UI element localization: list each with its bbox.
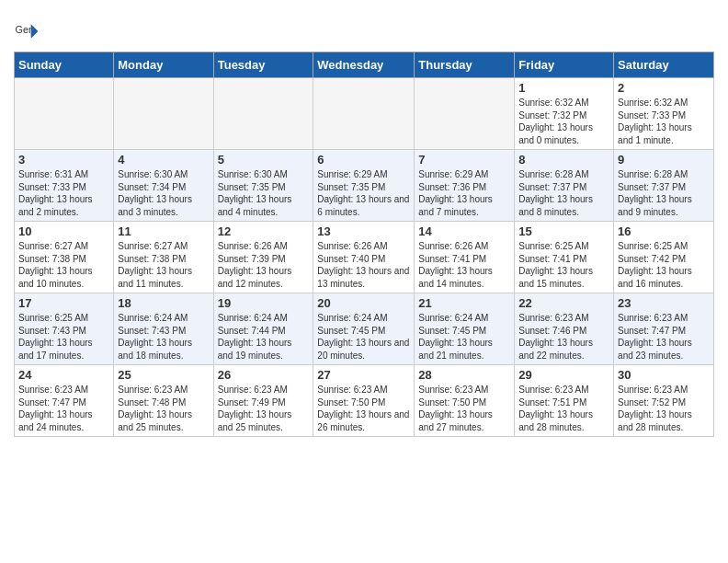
calendar-cell: 7Sunrise: 6:29 AM Sunset: 7:36 PM Daylig…: [415, 150, 515, 222]
calendar-cell: 23Sunrise: 6:23 AM Sunset: 7:47 PM Dayli…: [614, 293, 714, 365]
calendar-cell: 29Sunrise: 6:23 AM Sunset: 7:51 PM Dayli…: [515, 365, 614, 437]
day-info: Sunrise: 6:26 AM Sunset: 7:41 PM Dayligh…: [418, 240, 510, 290]
day-number: 18: [118, 296, 209, 310]
day-info: Sunrise: 6:24 AM Sunset: 7:45 PM Dayligh…: [418, 312, 510, 362]
day-info: Sunrise: 6:30 AM Sunset: 7:34 PM Dayligh…: [118, 168, 209, 218]
day-number: 28: [418, 368, 510, 382]
day-info: Sunrise: 6:25 AM Sunset: 7:42 PM Dayligh…: [618, 240, 710, 290]
calendar-cell: 30Sunrise: 6:23 AM Sunset: 7:52 PM Dayli…: [614, 365, 714, 437]
calendar-cell: 3Sunrise: 6:31 AM Sunset: 7:33 PM Daylig…: [15, 150, 114, 222]
day-info: Sunrise: 6:25 AM Sunset: 7:43 PM Dayligh…: [18, 312, 109, 362]
day-info: Sunrise: 6:29 AM Sunset: 7:35 PM Dayligh…: [317, 168, 410, 218]
day-info: Sunrise: 6:32 AM Sunset: 7:33 PM Dayligh…: [618, 97, 710, 146]
day-number: 9: [618, 153, 710, 167]
logo-icon: Gen: [14, 18, 40, 44]
day-number: 14: [418, 224, 510, 238]
day-number: 20: [317, 296, 410, 310]
day-number: 25: [118, 368, 209, 382]
weekday-header-thursday: Thursday: [415, 52, 515, 78]
logo: Gen: [14, 18, 43, 44]
calendar-cell: 21Sunrise: 6:24 AM Sunset: 7:45 PM Dayli…: [415, 293, 515, 365]
weekday-header-monday: Monday: [114, 52, 213, 78]
day-number: 24: [18, 368, 109, 382]
weekday-header-saturday: Saturday: [614, 52, 714, 78]
day-info: Sunrise: 6:27 AM Sunset: 7:38 PM Dayligh…: [18, 240, 109, 290]
day-number: 26: [218, 368, 310, 382]
day-number: 11: [118, 224, 209, 238]
day-number: 27: [317, 368, 410, 382]
calendar-cell: 19Sunrise: 6:24 AM Sunset: 7:44 PM Dayli…: [213, 293, 313, 365]
day-number: 10: [18, 224, 109, 238]
day-info: Sunrise: 6:25 AM Sunset: 7:41 PM Dayligh…: [518, 240, 609, 290]
day-number: 15: [518, 224, 609, 238]
calendar-cell: 12Sunrise: 6:26 AM Sunset: 7:39 PM Dayli…: [213, 222, 313, 293]
day-number: 1: [518, 81, 609, 95]
svg-marker-1: [31, 24, 39, 39]
weekday-header-sunday: Sunday: [15, 52, 114, 78]
calendar-cell: 17Sunrise: 6:25 AM Sunset: 7:43 PM Dayli…: [15, 293, 114, 365]
day-number: 5: [218, 153, 310, 167]
weekday-header-tuesday: Tuesday: [213, 52, 313, 78]
day-info: Sunrise: 6:23 AM Sunset: 7:47 PM Dayligh…: [18, 384, 109, 433]
calendar-cell: 22Sunrise: 6:23 AM Sunset: 7:46 PM Dayli…: [515, 293, 614, 365]
calendar-cell: [313, 78, 415, 150]
day-number: 3: [18, 153, 109, 167]
day-info: Sunrise: 6:31 AM Sunset: 7:33 PM Dayligh…: [18, 168, 109, 218]
weekday-header-row: SundayMondayTuesdayWednesdayThursdayFrid…: [15, 52, 714, 78]
calendar-cell: 8Sunrise: 6:28 AM Sunset: 7:37 PM Daylig…: [515, 150, 614, 222]
calendar-cell: 1Sunrise: 6:32 AM Sunset: 7:32 PM Daylig…: [515, 78, 614, 150]
weekday-header-wednesday: Wednesday: [313, 52, 415, 78]
day-info: Sunrise: 6:23 AM Sunset: 7:52 PM Dayligh…: [618, 384, 710, 433]
day-info: Sunrise: 6:23 AM Sunset: 7:48 PM Dayligh…: [118, 384, 209, 433]
day-number: 19: [218, 296, 310, 310]
calendar-table: SundayMondayTuesdayWednesdayThursdayFrid…: [14, 52, 714, 437]
day-info: Sunrise: 6:28 AM Sunset: 7:37 PM Dayligh…: [618, 168, 710, 218]
calendar-cell: 25Sunrise: 6:23 AM Sunset: 7:48 PM Dayli…: [114, 365, 213, 437]
calendar-week-row: 24Sunrise: 6:23 AM Sunset: 7:47 PM Dayli…: [15, 365, 714, 437]
day-info: Sunrise: 6:24 AM Sunset: 7:43 PM Dayligh…: [118, 312, 209, 362]
calendar-cell: 13Sunrise: 6:26 AM Sunset: 7:40 PM Dayli…: [313, 222, 415, 293]
calendar-cell: 20Sunrise: 6:24 AM Sunset: 7:45 PM Dayli…: [313, 293, 415, 365]
day-number: 29: [518, 368, 609, 382]
calendar-cell: 10Sunrise: 6:27 AM Sunset: 7:38 PM Dayli…: [15, 222, 114, 293]
day-number: 4: [118, 153, 209, 167]
day-number: 6: [317, 153, 410, 167]
calendar-cell: 24Sunrise: 6:23 AM Sunset: 7:47 PM Dayli…: [15, 365, 114, 437]
calendar-week-row: 3Sunrise: 6:31 AM Sunset: 7:33 PM Daylig…: [15, 150, 714, 222]
day-number: 30: [618, 368, 710, 382]
day-info: Sunrise: 6:26 AM Sunset: 7:39 PM Dayligh…: [218, 240, 310, 290]
calendar-cell: [15, 78, 114, 150]
day-number: 2: [618, 81, 710, 95]
page-header: Gen: [14, 14, 714, 44]
day-info: Sunrise: 6:23 AM Sunset: 7:49 PM Dayligh…: [218, 384, 310, 433]
day-number: 13: [317, 224, 410, 238]
calendar-cell: 11Sunrise: 6:27 AM Sunset: 7:38 PM Dayli…: [114, 222, 213, 293]
calendar-cell: 14Sunrise: 6:26 AM Sunset: 7:41 PM Dayli…: [415, 222, 515, 293]
day-number: 12: [218, 224, 310, 238]
day-info: Sunrise: 6:23 AM Sunset: 7:50 PM Dayligh…: [317, 384, 410, 433]
day-info: Sunrise: 6:23 AM Sunset: 7:47 PM Dayligh…: [618, 312, 710, 362]
calendar-cell: 5Sunrise: 6:30 AM Sunset: 7:35 PM Daylig…: [213, 150, 313, 222]
calendar-cell: 15Sunrise: 6:25 AM Sunset: 7:41 PM Dayli…: [515, 222, 614, 293]
day-info: Sunrise: 6:24 AM Sunset: 7:45 PM Dayligh…: [317, 312, 410, 362]
day-info: Sunrise: 6:27 AM Sunset: 7:38 PM Dayligh…: [118, 240, 209, 290]
calendar-cell: 16Sunrise: 6:25 AM Sunset: 7:42 PM Dayli…: [614, 222, 714, 293]
weekday-header-friday: Friday: [515, 52, 614, 78]
calendar-cell: 27Sunrise: 6:23 AM Sunset: 7:50 PM Dayli…: [313, 365, 415, 437]
day-number: 17: [18, 296, 109, 310]
day-number: 16: [618, 224, 710, 238]
calendar-week-row: 10Sunrise: 6:27 AM Sunset: 7:38 PM Dayli…: [15, 222, 714, 293]
day-number: 22: [518, 296, 609, 310]
day-info: Sunrise: 6:24 AM Sunset: 7:44 PM Dayligh…: [218, 312, 310, 362]
day-number: 23: [618, 296, 710, 310]
calendar-cell: 6Sunrise: 6:29 AM Sunset: 7:35 PM Daylig…: [313, 150, 415, 222]
day-info: Sunrise: 6:23 AM Sunset: 7:46 PM Dayligh…: [518, 312, 609, 362]
calendar-cell: 26Sunrise: 6:23 AM Sunset: 7:49 PM Dayli…: [213, 365, 313, 437]
day-info: Sunrise: 6:23 AM Sunset: 7:50 PM Dayligh…: [418, 384, 510, 433]
day-number: 21: [418, 296, 510, 310]
day-info: Sunrise: 6:30 AM Sunset: 7:35 PM Dayligh…: [218, 168, 310, 218]
calendar-cell: [213, 78, 313, 150]
day-info: Sunrise: 6:28 AM Sunset: 7:37 PM Dayligh…: [518, 168, 609, 218]
calendar-cell: 4Sunrise: 6:30 AM Sunset: 7:34 PM Daylig…: [114, 150, 213, 222]
day-info: Sunrise: 6:23 AM Sunset: 7:51 PM Dayligh…: [518, 384, 609, 433]
